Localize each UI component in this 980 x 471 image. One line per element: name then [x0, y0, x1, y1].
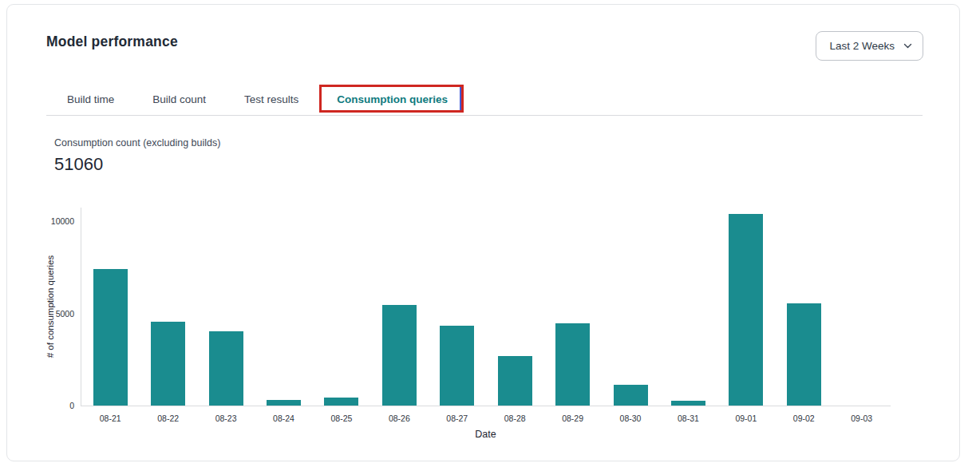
bar-slot: 08-23: [197, 208, 255, 406]
tab-consumption-queries-label: Consumption queries: [337, 93, 448, 105]
bar-08-25[interactable]: [324, 398, 358, 406]
bar-08-22[interactable]: [151, 322, 185, 406]
model-performance-card: Model performance Last 2 Weeks Build tim…: [6, 4, 960, 461]
bar-slot: 08-27: [429, 208, 486, 406]
date-range-selector[interactable]: Last 2 Weeks: [816, 31, 923, 61]
bar-08-23[interactable]: [209, 331, 243, 406]
bar-slot: 09-03: [832, 208, 890, 406]
metric-value: 51060: [54, 154, 220, 175]
plot-area: 08-2108-2208-2308-2408-2508-2608-2708-28…: [81, 208, 891, 406]
y-tick-label: 0: [69, 401, 74, 410]
tab-consumption-queries[interactable]: Consumption queries: [337, 93, 448, 105]
bar-08-30[interactable]: [614, 385, 648, 406]
x-axis-title: Date: [81, 429, 891, 440]
y-axis-title: # of consumption queries: [45, 255, 55, 358]
bar-slot: 08-25: [313, 208, 370, 406]
consumption-count-metric: Consumption count (excluding builds) 510…: [54, 137, 220, 175]
tab-build-count[interactable]: Build count: [152, 93, 206, 105]
metric-label: Consumption count (excluding builds): [54, 137, 220, 148]
bar-08-24[interactable]: [267, 400, 301, 406]
bar-08-28[interactable]: [498, 356, 532, 406]
bar-slot: 08-26: [370, 208, 428, 406]
consumption-queries-chart: # of consumption queries 08-2108-2208-23…: [7, 200, 959, 455]
bar-08-31[interactable]: [671, 401, 705, 406]
bar-slot: 08-22: [139, 208, 196, 406]
bar-slot: 09-02: [775, 208, 832, 406]
bar-slot: 08-31: [659, 208, 717, 406]
bar-slot: 08-30: [602, 208, 659, 406]
bar-09-02[interactable]: [787, 303, 821, 406]
bar-slot: 08-21: [81, 208, 139, 406]
y-tick-label: 10000: [51, 216, 74, 226]
bar-slot: 08-28: [486, 208, 543, 406]
tab-bar: Build time Build count Test results Cons…: [46, 84, 923, 116]
bar-09-01[interactable]: [729, 214, 763, 406]
bar-08-21[interactable]: [93, 269, 128, 406]
bar-slot: 08-24: [255, 208, 312, 406]
page-title: Model performance: [46, 34, 178, 50]
bar-08-26[interactable]: [382, 305, 417, 406]
tab-build-time[interactable]: Build time: [67, 93, 114, 105]
bar-08-29[interactable]: [555, 323, 590, 406]
date-range-label: Last 2 Weeks: [829, 40, 895, 52]
y-tick-label: 5000: [56, 309, 74, 319]
bar-slot: 09-01: [717, 208, 775, 406]
chevron-down-icon: [903, 43, 912, 49]
tab-test-results[interactable]: Test results: [244, 93, 298, 105]
bar-08-27[interactable]: [440, 326, 474, 406]
bar-slot: 08-29: [543, 208, 601, 406]
x-tick-label: 09-03: [824, 414, 898, 423]
